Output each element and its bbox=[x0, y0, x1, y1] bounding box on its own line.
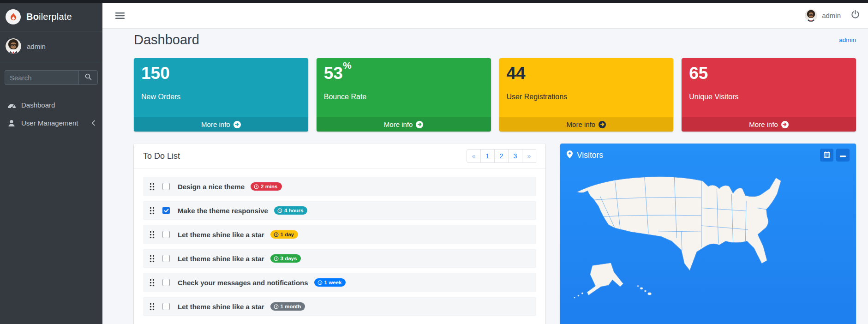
info-box-value: 53% bbox=[324, 64, 484, 84]
clock-icon bbox=[254, 184, 259, 189]
pagination-button[interactable]: 2 bbox=[494, 149, 509, 163]
breadcrumb-admin-link[interactable]: admin bbox=[839, 36, 856, 43]
collapse-button[interactable] bbox=[836, 149, 850, 162]
sidebar-nav: Dashboard User Management bbox=[0, 96, 102, 132]
arrow-circle-right-icon bbox=[599, 121, 606, 128]
todo-item-text: Check your messages and notifications bbox=[178, 279, 308, 287]
drag-handle-icon[interactable] bbox=[150, 207, 155, 215]
more-info-link[interactable]: More info bbox=[499, 117, 674, 132]
todo-time-badge: 1 month bbox=[270, 302, 305, 311]
sidebar-search bbox=[5, 70, 98, 85]
todo-checkbox[interactable] bbox=[162, 207, 170, 214]
sidebar-search-button[interactable] bbox=[78, 70, 98, 85]
todo-time-badge: 2 mins bbox=[251, 182, 281, 191]
drag-handle-icon[interactable] bbox=[150, 183, 155, 191]
minus-icon bbox=[840, 152, 846, 159]
todo-checkbox[interactable] bbox=[162, 303, 170, 310]
todo-item-text: Let theme shine like a star bbox=[178, 303, 264, 311]
info-box-inner: 44 User Registrations bbox=[499, 58, 674, 107]
sidebar-item-dashboard[interactable]: Dashboard bbox=[0, 96, 102, 114]
info-box-label: New Orders bbox=[141, 93, 301, 101]
todo-checkbox[interactable] bbox=[162, 255, 170, 262]
sidebar-item-label: User Management bbox=[21, 119, 78, 127]
info-box-inner: 65 Unique Visitors bbox=[682, 58, 856, 107]
info-box-number: 53 bbox=[324, 64, 343, 83]
content-header: Dashboard admin bbox=[134, 32, 856, 48]
navbar-right: admin bbox=[805, 9, 860, 22]
logout-button[interactable] bbox=[851, 10, 860, 21]
sidebar-search-input[interactable] bbox=[5, 70, 78, 85]
todo-item: Let theme shine like a star 1 day bbox=[143, 225, 536, 244]
visitors-card-tools bbox=[820, 149, 850, 162]
todo-item: Design a nice theme 2 mins bbox=[143, 177, 536, 196]
calendar-icon bbox=[824, 151, 830, 159]
more-info-link[interactable]: More info bbox=[134, 117, 308, 132]
sidebar-username-link[interactable]: admin bbox=[27, 42, 46, 50]
chevron-left-icon bbox=[91, 120, 96, 126]
todo-badge-label: 2 mins bbox=[261, 184, 277, 189]
brand-suffix: ilerplate bbox=[39, 12, 72, 22]
todo-card: To Do List « 1 2 3 » bbox=[134, 144, 545, 324]
info-box-number: 44 bbox=[507, 64, 526, 83]
todo-checkbox[interactable] bbox=[162, 279, 170, 286]
todo-badge-label: 1 week bbox=[324, 280, 342, 285]
info-box-number: 65 bbox=[689, 64, 708, 83]
main-area: admin Dashboard admin 150 New Orders bbox=[102, 3, 868, 324]
info-box: 53% Bounce Rate More info bbox=[317, 58, 491, 132]
todo-list: Design a nice theme 2 mins bbox=[134, 169, 545, 324]
clock-icon bbox=[274, 304, 279, 309]
brand-link[interactable]: Boilerplate bbox=[0, 3, 102, 31]
clock-icon bbox=[277, 208, 282, 213]
map-marker-icon bbox=[567, 150, 573, 160]
todo-checkbox[interactable] bbox=[162, 231, 170, 238]
info-box: 65 Unique Visitors More info bbox=[682, 58, 856, 132]
todo-pagination: « 1 2 3 » bbox=[467, 149, 536, 163]
todo-checkbox[interactable] bbox=[162, 183, 170, 190]
arrow-circle-right-icon bbox=[781, 121, 789, 128]
todo-item: Check your messages and notifications 1 … bbox=[143, 273, 536, 292]
drag-handle-icon[interactable] bbox=[150, 279, 155, 287]
info-box-value: 65 bbox=[689, 64, 849, 84]
todo-item-text: Design a nice theme bbox=[178, 183, 245, 191]
window-top-strip bbox=[0, 0, 868, 3]
arrow-circle-right-icon bbox=[416, 121, 423, 128]
pagination-button[interactable]: « bbox=[467, 149, 481, 163]
todo-card-title: To Do List bbox=[143, 151, 180, 161]
todo-badge-label: 4 hours bbox=[284, 208, 304, 213]
sidebar-toggle-button[interactable] bbox=[114, 10, 126, 21]
info-box-inner: 150 New Orders bbox=[134, 58, 308, 107]
drag-handle-icon[interactable] bbox=[150, 231, 155, 239]
todo-time-badge: 1 day bbox=[270, 230, 298, 239]
todo-item: Let theme shine like a star 3 days bbox=[143, 249, 536, 268]
info-box-value: 150 bbox=[141, 64, 301, 84]
todo-time-badge: 4 hours bbox=[274, 206, 308, 215]
info-box: 44 User Registrations More info bbox=[499, 58, 674, 132]
more-info-link[interactable]: More info bbox=[682, 117, 856, 132]
info-boxes-row: 150 New Orders More info 53% Bounce Rate bbox=[134, 58, 856, 132]
sidebar-user-panel: admin bbox=[0, 31, 102, 62]
visitors-card-header: Visitors bbox=[560, 144, 856, 164]
navbar-user-menu[interactable]: admin bbox=[805, 9, 841, 22]
info-box-label: Bounce Rate bbox=[324, 93, 484, 101]
visitors-card-title: Visitors bbox=[577, 150, 603, 160]
search-icon bbox=[85, 73, 92, 82]
visitors-card: Visitors bbox=[560, 144, 856, 324]
info-box: 150 New Orders More info bbox=[134, 58, 308, 132]
more-info-label: More info bbox=[567, 120, 596, 128]
page-title: Dashboard bbox=[134, 32, 199, 48]
calendar-button[interactable] bbox=[820, 149, 833, 162]
pagination-button[interactable]: 3 bbox=[508, 149, 522, 163]
info-box-label: User Registrations bbox=[507, 93, 666, 101]
todo-badge-label: 1 month bbox=[281, 304, 301, 309]
user-icon bbox=[6, 120, 17, 127]
usa-map[interactable] bbox=[565, 171, 851, 302]
drag-handle-icon[interactable] bbox=[150, 303, 155, 311]
pagination-button[interactable]: » bbox=[522, 149, 536, 163]
more-info-link[interactable]: More info bbox=[317, 117, 491, 132]
pagination-button[interactable]: 1 bbox=[480, 149, 495, 163]
sidebar-item-user-management[interactable]: User Management bbox=[0, 114, 102, 132]
todo-time-badge: 1 week bbox=[314, 278, 346, 287]
content: Dashboard admin 150 New Orders More info bbox=[102, 29, 868, 324]
sidebar-item-label: Dashboard bbox=[21, 101, 55, 109]
drag-handle-icon[interactable] bbox=[150, 255, 155, 263]
